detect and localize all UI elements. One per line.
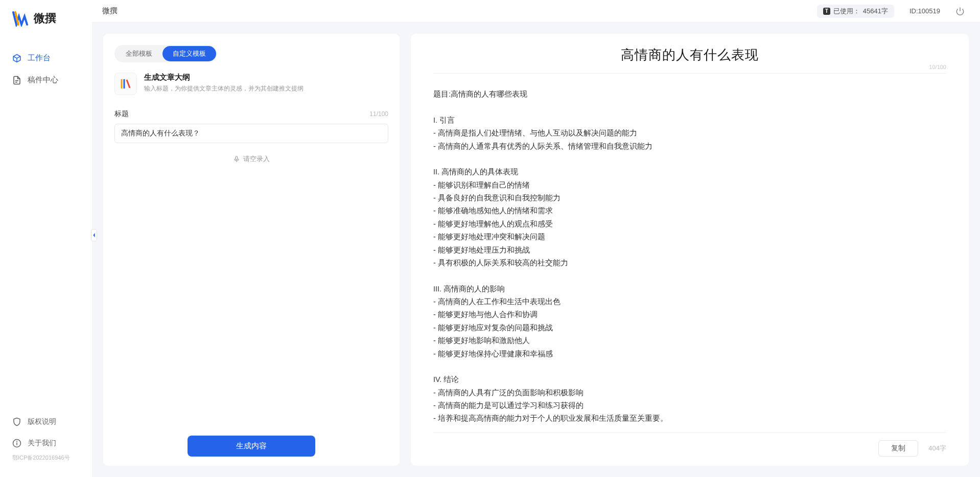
output-panel: 高情商的人有什么表现 10/100 题目:高情商的人有哪些表现 I. 引言 - … — [411, 34, 969, 466]
cube-icon — [12, 54, 21, 63]
usage-value: 45641字 — [863, 7, 888, 16]
svg-point-2 — [17, 441, 17, 442]
template-desc: 输入标题，为你提供文章主体的灵感，并为其创建推文提纲 — [144, 84, 304, 93]
topbar-title: 微撰 — [102, 6, 118, 16]
user-id: ID:100519 — [909, 7, 940, 15]
topbar: 微撰 T 已使用： 45641字 ID:100519 — [92, 0, 980, 22]
nav: 工作台 稿件中心 — [0, 47, 92, 411]
nav-workspace[interactable]: 工作台 — [0, 47, 92, 69]
logo[interactable]: 微撰 — [0, 10, 92, 47]
chevron-left-icon — [92, 233, 96, 238]
nav-drafts[interactable]: 稿件中心 — [0, 69, 92, 91]
output-title-counter: 10/100 — [929, 64, 946, 70]
voice-input-button[interactable]: 请空录入 — [114, 154, 388, 164]
power-icon — [955, 7, 965, 16]
logo-icon — [12, 10, 29, 27]
logo-text: 微撰 — [34, 11, 56, 26]
info-icon — [12, 439, 21, 448]
generate-button[interactable]: 生成内容 — [188, 436, 315, 457]
t-badge-icon: T — [823, 8, 830, 15]
nav-about[interactable]: 关于我们 — [0, 433, 92, 454]
icp-text: 鄂ICP备2022016946号 — [0, 454, 92, 462]
output-title[interactable]: 高情商的人有什么表现 — [433, 46, 946, 64]
shield-icon — [12, 417, 21, 426]
title-char-counter: 11/100 — [369, 110, 388, 118]
input-panel: 全部模板 自定义模板 生成文章大纲 输入标题，为你提供文章主体的灵感，并为其创建… — [103, 34, 400, 466]
svg-rect-4 — [236, 156, 238, 160]
template-tabs: 全部模板 自定义模板 — [114, 45, 217, 62]
title-field-label: 标题 — [114, 109, 129, 119]
template-title: 生成文章大纲 — [144, 73, 304, 82]
tab-custom-templates[interactable]: 自定义模板 — [162, 46, 216, 61]
usage-label: 已使用： — [833, 7, 860, 16]
usage-pill[interactable]: T 已使用： 45641字 — [817, 5, 894, 18]
nav-copyright[interactable]: 版权说明 — [0, 411, 92, 433]
output-body[interactable]: 题目:高情商的人有哪些表现 I. 引言 - 高情商是指人们处理情绪、与他人互动以… — [433, 78, 946, 427]
template-card[interactable]: 生成文章大纲 输入标题，为你提供文章主体的灵感，并为其创建推文提纲 — [114, 73, 388, 95]
template-thumb-icon — [114, 73, 137, 95]
tab-all-templates[interactable]: 全部模板 — [115, 46, 162, 61]
document-icon — [12, 76, 21, 85]
power-button[interactable] — [955, 7, 965, 16]
sidebar-collapse-handle[interactable] — [91, 229, 97, 241]
sidebar: 微撰 工作台 稿件中心 版权说明 关于我们 鄂ICP备2022016946号 — [0, 0, 92, 477]
sidebar-bottom: 版权说明 关于我们 鄂ICP备2022016946号 — [0, 411, 92, 467]
microphone-icon — [233, 155, 240, 163]
copy-button[interactable]: 复制 — [878, 440, 918, 457]
title-input[interactable] — [114, 124, 388, 143]
output-word-count: 404字 — [928, 444, 946, 453]
